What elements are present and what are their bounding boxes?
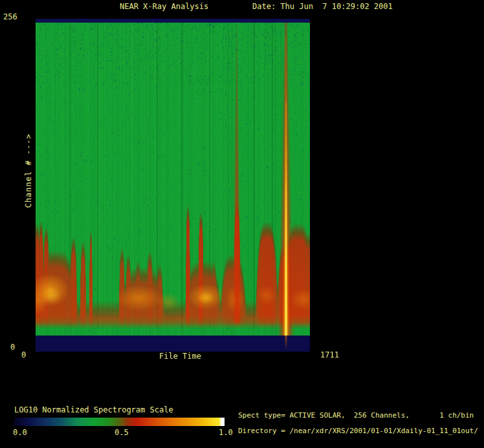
colorbar-tick-min: 0.0 [13, 429, 27, 437]
x-axis-title: File Time [159, 352, 201, 361]
y-axis-min-label: 0 [10, 343, 15, 352]
directory-line: Directory = /near/xdr/XRS/2001/01-01/Xda… [238, 427, 478, 435]
spectrogram-heatmap [36, 19, 310, 352]
y-axis-max-label: 256 [3, 13, 17, 21]
y-axis-title: Channel # ---> [25, 133, 33, 208]
colorbar-gradient [14, 418, 225, 426]
page-title: NEAR X-Ray Analysis [120, 3, 208, 11]
x-axis-max-label: 1711 [320, 351, 339, 359]
colorbar-tick-max: 1.0 [219, 429, 233, 437]
colorbar-tick-mid: 0.5 [115, 429, 129, 437]
xray-analysis-window: NEAR X-Ray Analysis Date: Thu Jun 7 10:2… [0, 0, 484, 448]
x-axis-min-label: 0 [21, 351, 26, 359]
spect-type-line: Spect type= ACTIVE SOLAR, 256 Channels, … [238, 411, 474, 420]
colorbar-label: LOG10 Normalized Spectrogram Scale [14, 406, 173, 414]
date-label: Date: Thu Jun 7 10:29:02 2001 [252, 3, 393, 11]
